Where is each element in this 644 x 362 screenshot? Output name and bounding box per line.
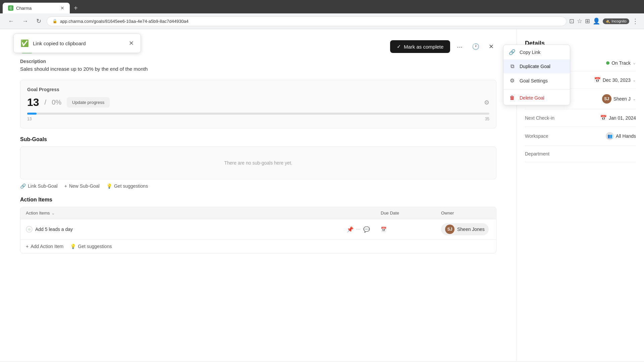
menu-item-goal-settings[interactable]: ⚙ Goal Settings	[503, 73, 570, 88]
action-footer: + Add Action Item 💡 Get suggestions	[20, 240, 496, 253]
header-actions: ✓ Mark as complete ··· 🕐 ✕	[390, 40, 496, 53]
owner-avatar: SJ	[602, 94, 611, 104]
update-progress-button[interactable]: Update progress	[67, 97, 110, 108]
detail-row-checkin: Next Check-in 📅 Jan 01, 2024	[525, 109, 636, 127]
chevron-down-icon: ⌄	[633, 78, 636, 82]
address-bar[interactable]: 🔒 app.charma.com/goals/81645ee6-10aa-4e7…	[47, 16, 567, 26]
cast-icon[interactable]: ⊡	[569, 17, 574, 25]
tab-close-button[interactable]: ✕	[60, 5, 64, 11]
incognito-badge: 🕵 Incognito	[603, 18, 629, 24]
owner-value[interactable]: SJ Sheen J ⌄	[602, 94, 636, 104]
toast-close-button[interactable]: ✕	[129, 40, 134, 47]
chevron-down-icon: ⌄	[633, 97, 636, 101]
new-sub-goal-button[interactable]: + New Sub-Goal	[64, 183, 100, 189]
menu-item-delete-goal[interactable]: 🗑 Delete Goal	[503, 91, 570, 105]
owner-name: Sheen Jones	[457, 227, 485, 232]
progress-bar-fill	[27, 113, 37, 115]
workspace-value[interactable]: 👥 All Hands	[606, 132, 636, 140]
extensions-icon[interactable]: ⊞	[585, 17, 590, 25]
lock-icon: 🔒	[52, 19, 57, 23]
lightbulb-icon: 💡	[106, 183, 112, 189]
tab-title: Charma	[16, 6, 32, 11]
calendar-icon: 📅	[600, 115, 607, 121]
trash-icon: 🗑	[509, 95, 516, 101]
due-value[interactable]: 📅 Dec 30, 2023 ⌄	[594, 77, 636, 83]
action-item-name-cell: ○ Add 5 leads a day 📌 ··· 💬	[20, 222, 375, 237]
description-label: Description	[20, 59, 496, 64]
duplicate-icon: ⧉	[509, 63, 516, 69]
duplicate-goal-label: Duplicate Goal	[520, 64, 550, 69]
progress-min: 13	[27, 117, 32, 121]
comment-icon[interactable]: 💬	[363, 226, 370, 233]
sub-goals-empty: There are no sub-goals here yet.	[20, 146, 496, 179]
due-text: Dec 30, 2023	[603, 77, 631, 83]
checkin-label: Next Check-in	[525, 115, 554, 121]
add-action-item-button[interactable]: + Add Action Item	[26, 244, 63, 249]
checkmark-icon: ✓	[397, 44, 401, 50]
table-row: ○ Add 5 leads a day 📌 ··· 💬 📅 SJ	[20, 219, 496, 240]
suggestions-icon: 💡	[70, 244, 76, 249]
get-suggestions-sub-button[interactable]: 💡 Get suggestions	[106, 183, 148, 189]
more-options-icon[interactable]: ⋮	[632, 17, 639, 25]
sort-icon: ⌄	[51, 210, 55, 216]
more-icon[interactable]: ···	[356, 226, 361, 232]
progress-max: 35	[485, 117, 489, 121]
detail-row-workspace: Workspace 👥 All Hands	[525, 127, 636, 146]
action-items-section: Action Items Action Items ⌄ Due Date Own…	[20, 197, 496, 253]
avatar: SJ	[445, 225, 454, 234]
gear-icon: ⚙	[509, 77, 516, 84]
status-text: On Track	[611, 60, 631, 66]
nav-actions: ⊡ ☆ ⊞ 👤 🕵 Incognito ⋮	[569, 17, 639, 25]
toast-notification: ✅ Link copied to clipboard ✕	[13, 34, 141, 53]
page-content: ✅ Link copied to clipboard ✕ ⚡ Sales ✓ M…	[0, 29, 517, 361]
active-tab[interactable]: C Charma ✕	[3, 3, 70, 13]
owner-text: Sheen J	[613, 96, 631, 102]
menu-item-duplicate-goal[interactable]: ⧉ Duplicate Goal	[503, 59, 570, 73]
link-icon: 🔗	[20, 183, 26, 189]
menu-separator	[503, 89, 570, 89]
action-item-date-cell[interactable]: 📅	[375, 223, 436, 236]
progress-separator: /	[45, 99, 47, 106]
new-tab-button[interactable]: +	[71, 3, 80, 13]
action-items-title: Action Items	[20, 197, 496, 203]
sub-goals-actions: 🔗 Link Sub-Goal + New Sub-Goal 💡 Get sug…	[20, 183, 496, 189]
bookmark-icon[interactable]: ☆	[577, 17, 582, 25]
sub-goals-title: Sub-Goals	[20, 136, 496, 142]
forward-button[interactable]: →	[19, 16, 31, 26]
action-check-icon[interactable]: ○	[26, 226, 33, 233]
owner-badge[interactable]: SJ Sheen Jones	[441, 223, 489, 235]
history-button[interactable]: 🕐	[469, 40, 482, 53]
chevron-down-icon: ⌄	[633, 61, 636, 65]
progress-percent: 0%	[52, 99, 61, 106]
progress-row: 13 / 0% Update progress ⚙	[27, 96, 489, 109]
department-label: Department	[525, 151, 549, 157]
tab-favicon: C	[8, 5, 13, 11]
description-text: Sales should increase up to 20% by the e…	[20, 66, 496, 72]
action-item-text: Add 5 leads a day	[35, 227, 73, 232]
more-options-button[interactable]: ···	[454, 40, 465, 53]
dropdown-menu: 🔗 Copy Link ⧉ Duplicate Goal ⚙ Goal Sett…	[503, 45, 570, 105]
action-items-table: Action Items ⌄ Due Date Owner ○ Add 5 le…	[20, 207, 496, 253]
get-suggestions-action-button[interactable]: 💡 Get suggestions	[70, 244, 112, 249]
profile-icon[interactable]: 👤	[593, 17, 600, 25]
col-header-owner: Owner	[436, 207, 496, 219]
reload-button[interactable]: ↻	[34, 16, 44, 26]
back-button[interactable]: ←	[5, 16, 17, 26]
mark-complete-button[interactable]: ✓ Mark as complete	[390, 40, 450, 53]
url-text: app.charma.com/goals/81645ee6-10aa-4e74-…	[60, 19, 189, 24]
progress-bar	[27, 113, 489, 115]
calendar-icon: 📅	[381, 227, 386, 232]
goal-settings-label: Goal Settings	[520, 78, 548, 83]
calendar-icon: 📅	[594, 77, 601, 83]
close-button[interactable]: ✕	[486, 40, 496, 53]
menu-item-copy-link[interactable]: 🔗 Copy Link	[503, 45, 570, 59]
workspace-text: All Hands	[616, 133, 636, 139]
progress-gear-icon[interactable]: ⚙	[484, 99, 489, 106]
checkin-value[interactable]: 📅 Jan 01, 2024	[600, 115, 636, 121]
col-header-action-items: Action Items ⌄	[20, 207, 375, 219]
progress-labels: 13 35	[27, 117, 489, 121]
link-sub-goal-button[interactable]: 🔗 Link Sub-Goal	[20, 183, 58, 189]
pin-icon[interactable]: 📌	[347, 226, 354, 233]
status-value[interactable]: On Track ⌄	[606, 60, 636, 66]
workspace-label: Workspace	[525, 133, 548, 139]
